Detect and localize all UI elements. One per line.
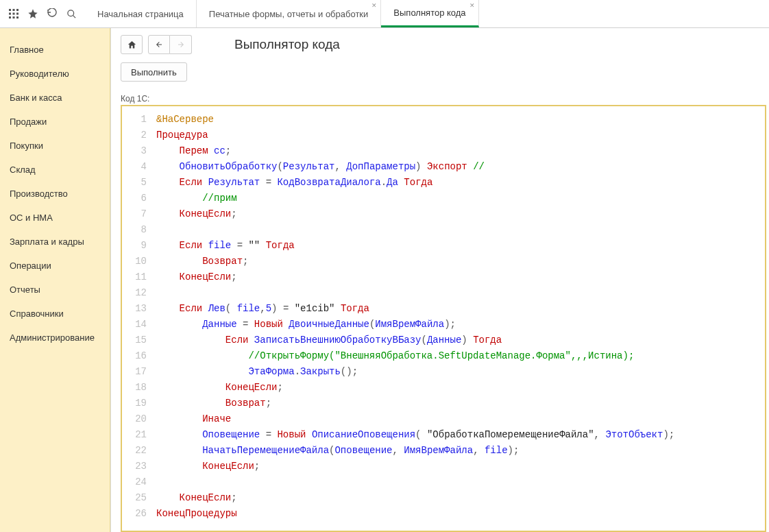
code-line: 24: [122, 474, 762, 490]
apps-icon[interactable]: [4, 4, 23, 23]
tabs: Начальная страницаПечатные формы, отчеты…: [85, 0, 479, 27]
tab-label: Выполнятор кода: [393, 8, 465, 18]
svg-rect-5: [16, 13, 19, 15]
sidebar-item-4[interactable]: Покупки: [0, 134, 110, 158]
line-number: 7: [122, 206, 156, 222]
code-line: 2Процедура: [122, 128, 762, 143]
sidebar-item-2[interactable]: Банк и касса: [0, 86, 110, 110]
line-number: 10: [122, 254, 156, 269]
code-line: 16 //ОткрытьФорму("ВнешняяОбработка.Seft…: [122, 348, 762, 364]
code-line: 1&НаСервере: [122, 112, 762, 128]
line-number: 1: [122, 112, 156, 128]
line-number: 13: [122, 301, 156, 317]
code-line: 14 Данные = Новый ДвоичныеДанные(ИмяВрем…: [122, 317, 762, 332]
code-line: 6 //прим: [122, 191, 762, 206]
line-number: 17: [122, 364, 156, 380]
code-line: 26КонецПроцедуры: [122, 506, 762, 522]
tab-label: Печатные формы, отчеты и обработки: [209, 9, 369, 19]
sidebar-item-0[interactable]: Главное: [0, 38, 110, 62]
svg-rect-6: [9, 16, 11, 19]
line-number: 11: [122, 269, 156, 285]
line-number: 15: [122, 332, 156, 348]
code-line: 15 Если ЗаписатьВнешниюОбработкуВБазу(Да…: [122, 332, 762, 348]
code-line: 7 КонецЕсли;: [122, 206, 762, 222]
line-number: 6: [122, 191, 156, 206]
sidebar-item-10[interactable]: Отчеты: [0, 278, 110, 302]
code-line: 12: [122, 285, 762, 301]
line-number: 19: [122, 396, 156, 411]
line-number: 23: [122, 459, 156, 474]
forward-button[interactable]: [170, 35, 192, 54]
back-button[interactable]: [148, 35, 170, 54]
code-line: 21 Оповещение = Новый ОписаниеОповещения…: [122, 427, 762, 443]
code-line: 23 КонецЕсли;: [122, 459, 762, 474]
tab-2[interactable]: Выполнятор кода✕: [381, 0, 478, 27]
sidebar-item-1[interactable]: Руководителю: [0, 62, 110, 86]
sidebar-item-11[interactable]: Справочники: [0, 302, 110, 326]
line-number: 5: [122, 175, 156, 191]
code-line: 13 Если Лев( file,5) = "e1cib" Тогда: [122, 301, 762, 317]
svg-rect-0: [9, 9, 11, 11]
code-editor[interactable]: 1&НаСервере2Процедура3 Перем сс;4 Обнови…: [121, 105, 766, 532]
line-number: 14: [122, 317, 156, 332]
code-line: 19 Возврат;: [122, 396, 762, 411]
close-icon[interactable]: ✕: [371, 2, 377, 9]
svg-line-10: [73, 15, 75, 18]
code-line: 11 КонецЕсли;: [122, 269, 762, 285]
line-number: 21: [122, 427, 156, 443]
sidebar-item-3[interactable]: Продажи: [0, 110, 110, 134]
sidebar-item-8[interactable]: Зарплата и кадры: [0, 230, 110, 254]
code-line: 9 Если file = "" Тогда: [122, 238, 762, 254]
code-line: 18 КонецЕсли;: [122, 380, 762, 396]
page-title: Выполнятор кода: [234, 37, 340, 52]
history-icon[interactable]: [42, 4, 62, 23]
line-number: 25: [122, 490, 156, 506]
home-button[interactable]: [121, 35, 143, 54]
search-icon[interactable]: [62, 4, 81, 23]
sidebar-item-5[interactable]: Склад: [0, 158, 110, 182]
star-icon[interactable]: [23, 4, 42, 23]
line-number: 22: [122, 443, 156, 459]
code-line: 22 НачатьПеремещениеФайла(Оповещение, Им…: [122, 443, 762, 459]
svg-rect-1: [13, 9, 15, 11]
execute-button[interactable]: Выполнить: [121, 62, 187, 82]
line-number: 3: [122, 143, 156, 159]
nav-group: [148, 35, 192, 54]
sidebar-item-12[interactable]: Администрирование: [0, 326, 110, 350]
close-icon[interactable]: ✕: [469, 2, 475, 9]
line-number: 12: [122, 285, 156, 301]
svg-rect-4: [13, 13, 15, 15]
svg-rect-2: [16, 9, 19, 11]
tab-label: Начальная страница: [97, 9, 184, 19]
line-number: 26: [122, 506, 156, 522]
line-number: 16: [122, 348, 156, 364]
sidebar-item-6[interactable]: Производство: [0, 182, 110, 206]
code-line: 10 Возврат;: [122, 254, 762, 269]
sidebar: ГлавноеРуководителюБанк и кассаПродажиПо…: [0, 28, 110, 532]
line-number: 2: [122, 128, 156, 143]
svg-rect-3: [9, 13, 11, 15]
svg-point-9: [67, 10, 73, 16]
topbar-icons: [0, 0, 85, 27]
code-line: 3 Перем сс;: [122, 143, 762, 159]
svg-rect-8: [16, 16, 19, 19]
sidebar-item-7[interactable]: ОС и НМА: [0, 206, 110, 230]
code-label: Код 1С:: [111, 94, 769, 104]
line-number: 20: [122, 411, 156, 427]
tab-1[interactable]: Печатные формы, отчеты и обработки✕: [197, 0, 382, 27]
code-line: 20 Иначе: [122, 411, 762, 427]
code-line: 17 ЭтаФорма.Закрыть();: [122, 364, 762, 380]
tab-0[interactable]: Начальная страница: [85, 0, 197, 27]
body: ГлавноеРуководителюБанк и кассаПродажиПо…: [0, 28, 769, 532]
main-area: Выполнятор кода Выполнить Код 1С: 1&НаСе…: [110, 28, 769, 532]
svg-rect-7: [13, 16, 15, 19]
topbar: Начальная страницаПечатные формы, отчеты…: [0, 0, 769, 28]
sidebar-item-9[interactable]: Операции: [0, 254, 110, 278]
line-number: 18: [122, 380, 156, 396]
code-line: 25 КонецЕсли;: [122, 490, 762, 506]
main-header: Выполнятор кода Выполнить: [111, 28, 769, 87]
line-number: 24: [122, 474, 156, 490]
code-line: 4 ОбновитьОбработку(Результат, ДопПараме…: [122, 159, 762, 175]
line-number: 8: [122, 222, 156, 238]
line-number: 4: [122, 159, 156, 175]
